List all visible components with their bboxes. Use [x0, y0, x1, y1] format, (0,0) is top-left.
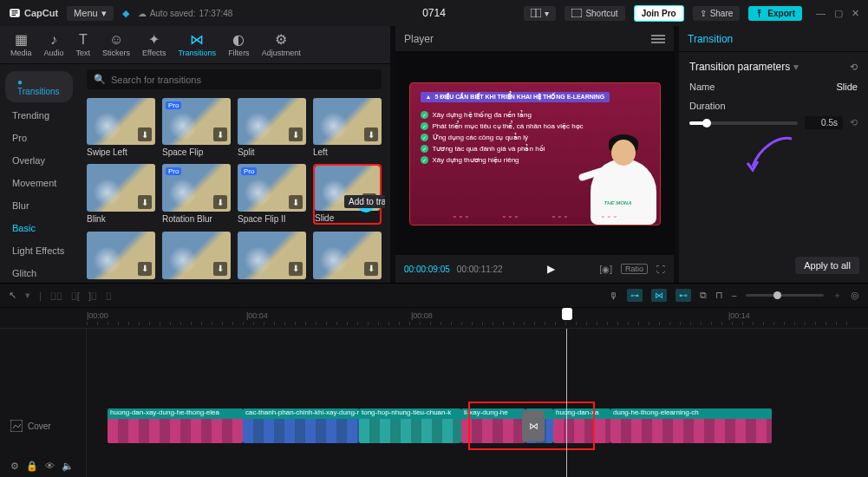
player-menu-icon[interactable] [651, 35, 665, 43]
split-tool-icon[interactable]: ⌷⌷ [50, 291, 62, 301]
transition-label: Left [313, 147, 382, 157]
sidebar-item-glitch[interactable]: Glitch [0, 262, 78, 283]
transition-wipe-right[interactable]: ⬇Wipe Right [313, 232, 382, 283]
timecode-current: 00:00:09:05 [404, 265, 450, 274]
sidebar-item-trending[interactable]: Trending [0, 104, 78, 127]
split-right-icon[interactable]: ]⌷ [88, 291, 97, 301]
sidebar-pill-transitions[interactable]: ● Transitions [5, 71, 73, 102]
download-icon[interactable]: ⬇ [138, 195, 152, 209]
timeline-ruler[interactable]: |00:00|00:04|00:08|00:14 [0, 308, 868, 329]
track-visible-icon[interactable]: 👁 [45, 461, 55, 472]
color-icon[interactable]: [◉] [599, 265, 612, 274]
reset-duration-icon[interactable]: ⟲ [850, 117, 858, 128]
transition-wipe-left[interactable]: ⬇Wipe Left [87, 232, 155, 283]
transition-space-flip[interactable]: Pro⬇Space Flip [162, 98, 231, 157]
transition-split[interactable]: ⬇Split [238, 98, 306, 157]
transition-flip-ii[interactable]: ⬇Flip II [162, 232, 231, 283]
download-icon[interactable]: ⬇ [138, 262, 152, 276]
mic-icon[interactable]: 🎙 [609, 291, 618, 301]
download-icon[interactable]: ⬇ [213, 195, 227, 209]
category-stickers[interactable]: ☺Stickers [97, 29, 135, 61]
timeline-clip[interactable]: ii-xay-dung-he [461, 408, 525, 443]
cover-button[interactable]: Cover [0, 408, 86, 443]
split-left-icon[interactable]: ⌷[ [71, 291, 80, 301]
transition-blink[interactable]: ⬇Blink [87, 164, 155, 225]
pro-badge: Pro [241, 167, 257, 175]
zoom-minus-icon[interactable]: − [732, 291, 737, 301]
download-icon[interactable]: ⬇ [364, 127, 378, 141]
category-effects[interactable]: ✦Effects [137, 29, 171, 61]
ratio-button[interactable]: Ratio [621, 264, 648, 274]
sidebar-item-light-effects[interactable]: Light Effects [0, 239, 78, 262]
duration-value[interactable]: 0.5s [805, 116, 843, 129]
download-icon[interactable]: ⬇ [289, 195, 303, 209]
transition-swipe-left[interactable]: ⬇Swipe Left [87, 98, 155, 157]
track-settings-icon[interactable]: ⚙ [10, 461, 19, 472]
join-pro-button[interactable]: Join Pro [634, 5, 684, 22]
search-input[interactable] [111, 75, 375, 85]
magnet-icon[interactable]: ⊓ [715, 290, 723, 301]
stickers-icon: ☺ [109, 33, 123, 47]
category-audio[interactable]: ♪Audio [39, 29, 69, 61]
track-lock-icon[interactable]: 🔒 [26, 461, 38, 472]
reset-icon[interactable]: ⟲ [850, 62, 858, 73]
category-text[interactable]: TText [71, 29, 96, 61]
timeline-clip[interactable]: dung-he-thong-elearning-ch [610, 408, 772, 443]
download-icon[interactable]: ⬇ [289, 262, 303, 276]
zoom-slider[interactable] [746, 294, 824, 297]
timecode-total: 00:00:11:22 [457, 265, 503, 274]
share-button[interactable]: ⇪Share [693, 6, 741, 21]
timeline-clip[interactable]: cac-thanh-phan-chinh-khi-xay-dung-mo-h [243, 408, 359, 443]
category-media[interactable]: ▦Media [5, 29, 37, 61]
maximize-icon[interactable]: ▢ [834, 8, 843, 19]
delete-tool-icon[interactable]: ⌷ [106, 291, 112, 301]
sidebar-item-overlay[interactable]: Overlay [0, 149, 78, 172]
tool-chip-1[interactable]: ⊶ [627, 289, 643, 302]
export-button[interactable]: ⭱Export [748, 6, 802, 21]
transition-flip[interactable]: ⬇Flip [238, 232, 306, 283]
track-mute-icon[interactable]: 🔈 [62, 461, 74, 472]
apply-to-all-button[interactable]: Apply to all [795, 257, 859, 274]
download-icon[interactable]: ⬇ [364, 262, 378, 276]
sidebar-item-blur[interactable]: Blur [0, 194, 78, 217]
zoom-plus-icon[interactable]: ＋ [832, 289, 842, 302]
transition-space-flip-ii[interactable]: Pro⬇Space Flip II [238, 164, 306, 225]
sidebar-item-pro[interactable]: Pro [0, 127, 78, 149]
search-input-wrap[interactable]: 🔍 [87, 69, 382, 89]
fullscreen-icon[interactable]: ⛶ [656, 265, 665, 274]
menu-button[interactable]: Menu▾ [67, 6, 114, 21]
sidebar-item-movement[interactable]: Movement [0, 172, 78, 194]
tool-chip-2[interactable]: ⋈ [651, 289, 667, 302]
transition-slide[interactable]: ⬇Slide+Add to track [313, 164, 382, 225]
category-transitions[interactable]: ⋈Transitions [173, 29, 221, 61]
download-icon[interactable]: ⬇ [213, 127, 227, 141]
playhead-handle[interactable] [562, 308, 572, 320]
transition-rotation-blur[interactable]: Pro⬇Rotation Blur [162, 164, 231, 225]
timeline-clip[interactable]: huong-dan-xay-dung-he-thong-elea [108, 408, 243, 443]
transition-label: Space Flip [162, 147, 231, 157]
play-button[interactable]: ▶ [547, 263, 555, 275]
zoom-fit-icon[interactable]: ◎ [851, 290, 859, 301]
transition-left[interactable]: ⬇Left [313, 98, 382, 157]
link-icon[interactable]: ⧉ [700, 290, 707, 301]
category-filters[interactable]: ◐Filters [223, 29, 255, 61]
layout-button[interactable]: ▾ [524, 6, 556, 21]
pointer-tool-icon[interactable]: ↖ [9, 290, 16, 301]
transition-label: Swipe Left [87, 147, 155, 157]
duration-slider[interactable] [689, 121, 798, 125]
category-adjustment[interactable]: ⚙Adjustment [257, 29, 306, 61]
download-icon[interactable]: ⬇ [289, 127, 303, 141]
minimize-icon[interactable]: — [816, 8, 826, 19]
close-icon[interactable]: ✕ [852, 8, 859, 19]
transition-label: Flip II [162, 282, 231, 283]
transition-node[interactable]: ⋈ [522, 410, 545, 441]
timeline-clip[interactable]: huong-dan-xa [553, 408, 610, 443]
shortcut-button[interactable]: Shortcut [565, 6, 624, 21]
timeline-clip[interactable]: tong-hop-nhung-tieu-chuan-k [359, 408, 461, 443]
download-icon[interactable]: ⬇ [213, 262, 227, 276]
sidebar-item-basic[interactable]: Basic [0, 217, 78, 239]
tool-chip-3[interactable]: ⊷ [675, 289, 691, 302]
inspector-section: Transition parameters ▾ [689, 61, 799, 73]
transition-label: Slide [315, 213, 380, 223]
download-icon[interactable]: ⬇ [138, 127, 152, 141]
